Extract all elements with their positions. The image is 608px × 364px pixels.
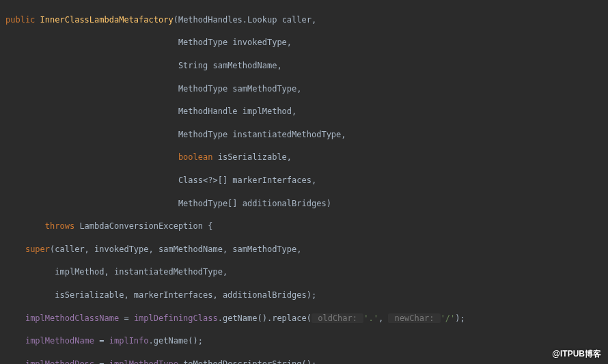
- code-line: boolean isSerializable,: [5, 152, 603, 163]
- code-line: public InnerClassLambdaMetafactory(Metho…: [5, 14, 603, 26]
- constructor-name: InnerClassLambdaMetafactory: [40, 15, 174, 25]
- code-line: Class<?>[] markerInterfaces,: [5, 175, 603, 186]
- code-editor[interactable]: public InnerClassLambdaMetafactory(Metho…: [0, 0, 608, 364]
- param-hint-newchar: newChar:: [388, 313, 440, 323]
- code-line: implMethodDesc = implMethodType.toMethod…: [5, 359, 603, 364]
- code-line: String samMethodName,: [5, 60, 603, 72]
- code-line: MethodType[] additionalBridges): [5, 198, 603, 210]
- code-line: isSerializable, markerInterfaces, additi…: [5, 290, 603, 301]
- keyword-public: public: [5, 15, 35, 25]
- code-line: implMethodName = implInfo.getName();: [5, 335, 603, 347]
- code-line: throws LambdaConversionException {: [5, 221, 603, 232]
- watermark-label: @ITPUB博客: [552, 348, 601, 360]
- param-hint-oldchar: oldChar:: [312, 313, 363, 323]
- code-line: super(caller, invokedType, samMethodName…: [5, 244, 603, 255]
- code-line: MethodType instantiatedMethodType,: [5, 129, 603, 141]
- code-line: MethodType samMethodType,: [5, 83, 603, 95]
- code-line: MethodHandle implMethod,: [5, 106, 603, 117]
- code-line: MethodType invokedType,: [5, 37, 603, 48]
- code-line: implMethod, instantiatedMethodType,: [5, 266, 603, 278]
- code-line: implMethodClassName = implDefiningClass.…: [5, 313, 603, 324]
